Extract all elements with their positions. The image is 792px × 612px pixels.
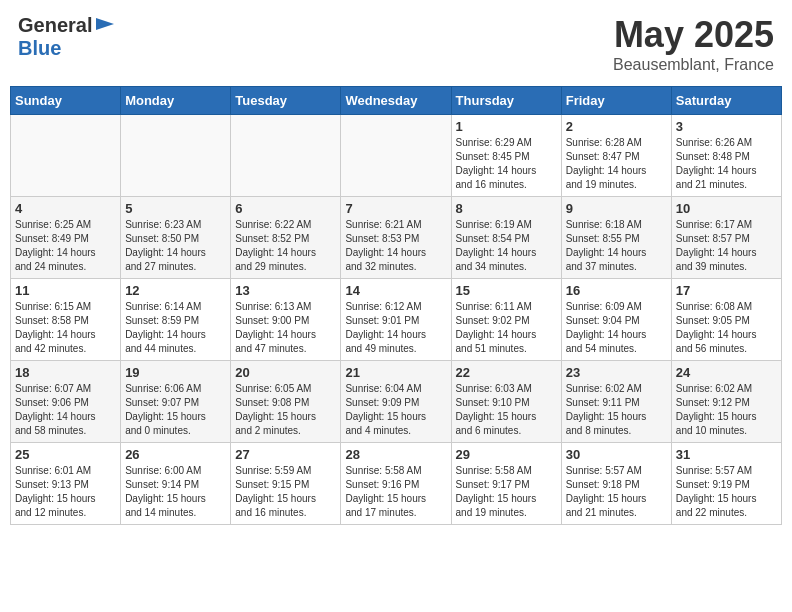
day-number: 29 bbox=[456, 447, 557, 462]
day-number: 22 bbox=[456, 365, 557, 380]
day-number: 27 bbox=[235, 447, 336, 462]
page-header: General Blue May 2025 Beausemblant, Fran… bbox=[10, 10, 782, 78]
day-info: Sunrise: 6:04 AM Sunset: 9:09 PM Dayligh… bbox=[345, 382, 446, 438]
day-info: Sunrise: 5:59 AM Sunset: 9:15 PM Dayligh… bbox=[235, 464, 336, 520]
title-block: May 2025 Beausemblant, France bbox=[613, 14, 774, 74]
logo-flag-icon bbox=[94, 16, 116, 34]
day-header-monday: Monday bbox=[121, 87, 231, 115]
calendar-cell: 12Sunrise: 6:14 AM Sunset: 8:59 PM Dayli… bbox=[121, 279, 231, 361]
calendar-cell bbox=[231, 115, 341, 197]
day-header-thursday: Thursday bbox=[451, 87, 561, 115]
day-info: Sunrise: 5:57 AM Sunset: 9:19 PM Dayligh… bbox=[676, 464, 777, 520]
calendar-cell: 16Sunrise: 6:09 AM Sunset: 9:04 PM Dayli… bbox=[561, 279, 671, 361]
day-info: Sunrise: 6:09 AM Sunset: 9:04 PM Dayligh… bbox=[566, 300, 667, 356]
calendar-cell: 20Sunrise: 6:05 AM Sunset: 9:08 PM Dayli… bbox=[231, 361, 341, 443]
calendar-cell: 23Sunrise: 6:02 AM Sunset: 9:11 PM Dayli… bbox=[561, 361, 671, 443]
calendar-week-row: 11Sunrise: 6:15 AM Sunset: 8:58 PM Dayli… bbox=[11, 279, 782, 361]
day-info: Sunrise: 5:58 AM Sunset: 9:16 PM Dayligh… bbox=[345, 464, 446, 520]
day-number: 19 bbox=[125, 365, 226, 380]
day-info: Sunrise: 5:58 AM Sunset: 9:17 PM Dayligh… bbox=[456, 464, 557, 520]
day-number: 21 bbox=[345, 365, 446, 380]
calendar-table: SundayMondayTuesdayWednesdayThursdayFrid… bbox=[10, 86, 782, 525]
calendar-cell: 21Sunrise: 6:04 AM Sunset: 9:09 PM Dayli… bbox=[341, 361, 451, 443]
calendar-cell: 3Sunrise: 6:26 AM Sunset: 8:48 PM Daylig… bbox=[671, 115, 781, 197]
calendar-cell: 31Sunrise: 5:57 AM Sunset: 9:19 PM Dayli… bbox=[671, 443, 781, 525]
calendar-cell: 9Sunrise: 6:18 AM Sunset: 8:55 PM Daylig… bbox=[561, 197, 671, 279]
day-number: 25 bbox=[15, 447, 116, 462]
day-info: Sunrise: 6:23 AM Sunset: 8:50 PM Dayligh… bbox=[125, 218, 226, 274]
day-header-sunday: Sunday bbox=[11, 87, 121, 115]
day-info: Sunrise: 6:13 AM Sunset: 9:00 PM Dayligh… bbox=[235, 300, 336, 356]
day-info: Sunrise: 6:05 AM Sunset: 9:08 PM Dayligh… bbox=[235, 382, 336, 438]
day-number: 26 bbox=[125, 447, 226, 462]
svg-marker-0 bbox=[96, 18, 114, 30]
logo: General Blue bbox=[18, 14, 116, 60]
calendar-cell: 29Sunrise: 5:58 AM Sunset: 9:17 PM Dayli… bbox=[451, 443, 561, 525]
calendar-cell bbox=[11, 115, 121, 197]
calendar-header-row: SundayMondayTuesdayWednesdayThursdayFrid… bbox=[11, 87, 782, 115]
day-number: 30 bbox=[566, 447, 667, 462]
day-number: 28 bbox=[345, 447, 446, 462]
day-header-wednesday: Wednesday bbox=[341, 87, 451, 115]
day-number: 7 bbox=[345, 201, 446, 216]
day-info: Sunrise: 6:03 AM Sunset: 9:10 PM Dayligh… bbox=[456, 382, 557, 438]
calendar-cell bbox=[121, 115, 231, 197]
day-number: 23 bbox=[566, 365, 667, 380]
day-info: Sunrise: 6:18 AM Sunset: 8:55 PM Dayligh… bbox=[566, 218, 667, 274]
calendar-week-row: 18Sunrise: 6:07 AM Sunset: 9:06 PM Dayli… bbox=[11, 361, 782, 443]
day-number: 11 bbox=[15, 283, 116, 298]
calendar-cell: 18Sunrise: 6:07 AM Sunset: 9:06 PM Dayli… bbox=[11, 361, 121, 443]
day-number: 6 bbox=[235, 201, 336, 216]
day-number: 5 bbox=[125, 201, 226, 216]
calendar-cell: 17Sunrise: 6:08 AM Sunset: 9:05 PM Dayli… bbox=[671, 279, 781, 361]
day-info: Sunrise: 6:14 AM Sunset: 8:59 PM Dayligh… bbox=[125, 300, 226, 356]
calendar-cell: 30Sunrise: 5:57 AM Sunset: 9:18 PM Dayli… bbox=[561, 443, 671, 525]
day-number: 13 bbox=[235, 283, 336, 298]
day-info: Sunrise: 6:21 AM Sunset: 8:53 PM Dayligh… bbox=[345, 218, 446, 274]
day-info: Sunrise: 6:00 AM Sunset: 9:14 PM Dayligh… bbox=[125, 464, 226, 520]
day-number: 4 bbox=[15, 201, 116, 216]
day-info: Sunrise: 6:25 AM Sunset: 8:49 PM Dayligh… bbox=[15, 218, 116, 274]
day-header-tuesday: Tuesday bbox=[231, 87, 341, 115]
day-info: Sunrise: 6:06 AM Sunset: 9:07 PM Dayligh… bbox=[125, 382, 226, 438]
calendar-cell: 27Sunrise: 5:59 AM Sunset: 9:15 PM Dayli… bbox=[231, 443, 341, 525]
day-info: Sunrise: 5:57 AM Sunset: 9:18 PM Dayligh… bbox=[566, 464, 667, 520]
calendar-cell bbox=[341, 115, 451, 197]
day-number: 8 bbox=[456, 201, 557, 216]
calendar-cell: 19Sunrise: 6:06 AM Sunset: 9:07 PM Dayli… bbox=[121, 361, 231, 443]
day-number: 20 bbox=[235, 365, 336, 380]
day-number: 17 bbox=[676, 283, 777, 298]
calendar-cell: 2Sunrise: 6:28 AM Sunset: 8:47 PM Daylig… bbox=[561, 115, 671, 197]
calendar-cell: 26Sunrise: 6:00 AM Sunset: 9:14 PM Dayli… bbox=[121, 443, 231, 525]
day-info: Sunrise: 6:15 AM Sunset: 8:58 PM Dayligh… bbox=[15, 300, 116, 356]
calendar-cell: 4Sunrise: 6:25 AM Sunset: 8:49 PM Daylig… bbox=[11, 197, 121, 279]
calendar-cell: 8Sunrise: 6:19 AM Sunset: 8:54 PM Daylig… bbox=[451, 197, 561, 279]
day-number: 24 bbox=[676, 365, 777, 380]
calendar-week-row: 25Sunrise: 6:01 AM Sunset: 9:13 PM Dayli… bbox=[11, 443, 782, 525]
day-info: Sunrise: 6:02 AM Sunset: 9:12 PM Dayligh… bbox=[676, 382, 777, 438]
calendar-cell: 10Sunrise: 6:17 AM Sunset: 8:57 PM Dayli… bbox=[671, 197, 781, 279]
day-number: 14 bbox=[345, 283, 446, 298]
logo-general-text: General bbox=[18, 14, 92, 37]
calendar-cell: 15Sunrise: 6:11 AM Sunset: 9:02 PM Dayli… bbox=[451, 279, 561, 361]
calendar-cell: 25Sunrise: 6:01 AM Sunset: 9:13 PM Dayli… bbox=[11, 443, 121, 525]
calendar-cell: 1Sunrise: 6:29 AM Sunset: 8:45 PM Daylig… bbox=[451, 115, 561, 197]
day-number: 12 bbox=[125, 283, 226, 298]
day-info: Sunrise: 6:17 AM Sunset: 8:57 PM Dayligh… bbox=[676, 218, 777, 274]
day-info: Sunrise: 6:01 AM Sunset: 9:13 PM Dayligh… bbox=[15, 464, 116, 520]
day-info: Sunrise: 6:02 AM Sunset: 9:11 PM Dayligh… bbox=[566, 382, 667, 438]
day-number: 16 bbox=[566, 283, 667, 298]
day-number: 10 bbox=[676, 201, 777, 216]
day-info: Sunrise: 6:19 AM Sunset: 8:54 PM Dayligh… bbox=[456, 218, 557, 274]
day-info: Sunrise: 6:12 AM Sunset: 9:01 PM Dayligh… bbox=[345, 300, 446, 356]
day-number: 3 bbox=[676, 119, 777, 134]
calendar-week-row: 1Sunrise: 6:29 AM Sunset: 8:45 PM Daylig… bbox=[11, 115, 782, 197]
day-number: 15 bbox=[456, 283, 557, 298]
calendar-week-row: 4Sunrise: 6:25 AM Sunset: 8:49 PM Daylig… bbox=[11, 197, 782, 279]
calendar-cell: 14Sunrise: 6:12 AM Sunset: 9:01 PM Dayli… bbox=[341, 279, 451, 361]
calendar-cell: 5Sunrise: 6:23 AM Sunset: 8:50 PM Daylig… bbox=[121, 197, 231, 279]
month-title: May 2025 bbox=[613, 14, 774, 56]
day-header-saturday: Saturday bbox=[671, 87, 781, 115]
day-info: Sunrise: 6:07 AM Sunset: 9:06 PM Dayligh… bbox=[15, 382, 116, 438]
calendar-cell: 6Sunrise: 6:22 AM Sunset: 8:52 PM Daylig… bbox=[231, 197, 341, 279]
